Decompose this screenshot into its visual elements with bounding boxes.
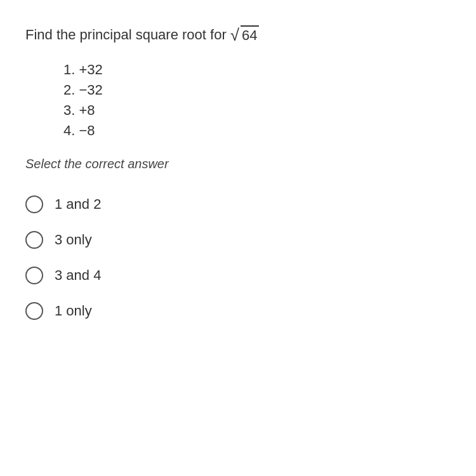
answer-option-ans4[interactable]: 1 only — [25, 293, 451, 329]
radio-circle-ans4[interactable] — [25, 302, 43, 320]
answer-option-ans3[interactable]: 3 and 4 — [25, 258, 451, 293]
numbered-option-2: 2. −32 — [63, 82, 451, 98]
numbered-option-4: 4. −8 — [63, 122, 451, 139]
numbered-option-1: 1. +32 — [63, 62, 451, 78]
numbered-options-list: 1. +322. −323. +84. −8 — [63, 62, 451, 139]
sqrt-symbol: √ — [230, 27, 239, 43]
sqrt-radicand: 64 — [241, 25, 258, 44]
answer-label-ans3: 3 and 4 — [55, 267, 101, 284]
question-text: Find the principal square root for √ 64 — [25, 25, 451, 44]
answer-label-ans4: 1 only — [55, 303, 92, 319]
answer-option-ans1[interactable]: 1 and 2 — [25, 187, 451, 222]
sqrt-expression: √ 64 — [230, 25, 259, 44]
radio-circle-ans1[interactable] — [25, 195, 43, 213]
question-prefix: Find the principal square root for — [25, 27, 227, 43]
radio-circle-ans3[interactable] — [25, 267, 43, 284]
radio-circle-ans2[interactable] — [25, 231, 43, 249]
select-instruction: Select the correct answer — [25, 157, 451, 171]
numbered-option-3: 3. +8 — [63, 102, 451, 119]
answer-label-ans1: 1 and 2 — [55, 196, 101, 213]
answer-label-ans2: 3 only — [55, 232, 92, 248]
answer-option-ans2[interactable]: 3 only — [25, 222, 451, 258]
answer-options-group: 1 and 23 only3 and 41 only — [25, 187, 451, 329]
